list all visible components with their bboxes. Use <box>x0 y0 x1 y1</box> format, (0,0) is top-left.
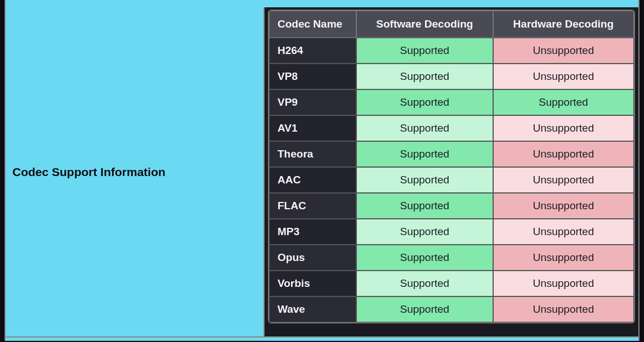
header-software-decoding: Software Decoding <box>356 11 493 38</box>
hardware-status-cell: Unsupported <box>493 193 634 219</box>
hardware-status-cell: Supported <box>493 89 634 115</box>
hardware-status-cell: Unsupported <box>493 64 634 89</box>
codec-name-cell: MP3 <box>269 219 356 245</box>
codec-support-row: Codec Support Information Codec Name Sof… <box>5 7 639 336</box>
hardware-status-cell: Unsupported <box>493 219 634 245</box>
codec-name-cell: Opus <box>269 245 356 271</box>
table-row: MP3 Supported Unsupported <box>269 219 634 245</box>
hardware-status-cell: Unsupported <box>493 38 634 64</box>
table-row: AV1 Supported Unsupported <box>269 115 634 141</box>
table-row: Theora Supported Unsupported <box>269 141 634 167</box>
codec-name-cell: Theora <box>269 141 356 167</box>
table-row: FLAC Supported Unsupported <box>269 193 634 219</box>
table-row: VP9 Supported Supported <box>269 89 634 115</box>
codec-name-cell: FLAC <box>269 193 356 219</box>
software-status-cell: Supported <box>356 271 493 296</box>
hardware-status-cell: Unsupported <box>493 245 634 271</box>
hardware-status-cell: Unsupported <box>493 141 634 167</box>
software-status-cell: Supported <box>356 89 493 115</box>
codec-name-cell: Vorbis <box>269 271 356 296</box>
table-row: VP8 Supported Unsupported <box>269 64 634 89</box>
section-label-cell: Codec Support Information <box>6 7 265 336</box>
software-status-cell: Supported <box>356 167 493 193</box>
table-header-row: Codec Name Software Decoding Hardware De… <box>269 11 634 38</box>
codec-table-body: H264 Supported Unsupported VP8 Supported… <box>269 38 634 322</box>
bottom-divider <box>5 336 639 341</box>
software-status-cell: Supported <box>356 141 493 167</box>
codec-table-container: Codec Name Software Decoding Hardware De… <box>265 7 638 336</box>
hardware-status-cell: Unsupported <box>493 115 634 141</box>
software-status-cell: Supported <box>356 38 493 64</box>
codec-name-cell: AAC <box>269 167 356 193</box>
codec-name-cell: Wave <box>269 296 356 322</box>
codec-name-cell: VP9 <box>269 89 356 115</box>
table-row: AAC Supported Unsupported <box>269 167 634 193</box>
header-codec-name: Codec Name <box>269 11 356 38</box>
software-status-cell: Supported <box>356 64 493 89</box>
software-status-cell: Supported <box>356 245 493 271</box>
codec-name-cell: VP8 <box>269 64 356 89</box>
codec-table: Codec Name Software Decoding Hardware De… <box>268 10 635 323</box>
hardware-status-cell: Unsupported <box>493 296 634 322</box>
header-hardware-decoding: Hardware Decoding <box>493 11 634 38</box>
hardware-status-cell: Unsupported <box>493 271 634 296</box>
table-row: Vorbis Supported Unsupported <box>269 271 634 296</box>
table-row: Opus Supported Unsupported <box>269 245 634 271</box>
table-row: Wave Supported Unsupported <box>269 296 634 322</box>
section-title: Codec Support Information <box>12 165 166 179</box>
codec-name-cell: H264 <box>269 38 356 64</box>
software-status-cell: Supported <box>356 193 493 219</box>
table-row: H264 Supported Unsupported <box>269 38 634 64</box>
software-status-cell: Supported <box>356 219 493 245</box>
software-status-cell: Supported <box>356 115 493 141</box>
codec-name-cell: AV1 <box>269 115 356 141</box>
hardware-status-cell: Unsupported <box>493 167 634 193</box>
software-status-cell: Supported <box>356 296 493 322</box>
top-divider <box>5 0 639 7</box>
